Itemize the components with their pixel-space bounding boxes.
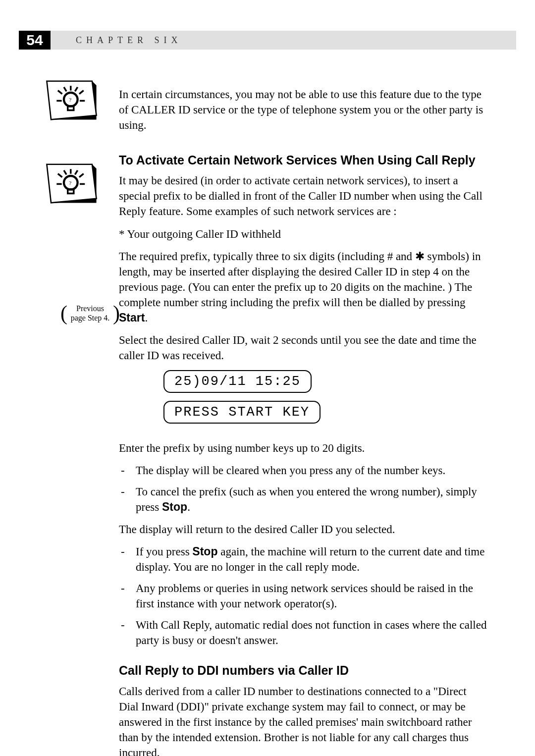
stop-key-label: Stop	[162, 500, 187, 513]
section1-p3: The required prefix, typically three to …	[119, 249, 488, 325]
section1-p2: * Your outgoing Caller ID withheld	[119, 226, 488, 242]
list-item: To cancel the prefix (such as when you e…	[119, 484, 488, 515]
stop-key-label: Stop	[192, 545, 217, 558]
svg-text:?: ?	[69, 97, 71, 103]
section-heading-activate: To Activate Certain Network Services Whe…	[119, 153, 488, 168]
page-header: 54 CHAPTER SIX	[19, 31, 516, 50]
intro-note: In certain circumstances, you may not be…	[119, 87, 488, 133]
page-number-box: 54	[19, 31, 51, 50]
li-text: If you press	[136, 545, 192, 558]
section1-p6: The display will return to the desired C…	[119, 522, 488, 537]
lightbulb-tip-icon: ?	[46, 80, 98, 121]
chapter-label: CHAPTER SIX	[76, 31, 182, 50]
lcd-display-group: 25)09/11 15:25 PRESS START KEY	[119, 370, 488, 432]
section-heading-ddi: Call Reply to DDI numbers via Caller ID	[119, 663, 488, 678]
start-key-label: Start	[119, 311, 145, 324]
section1-p4: Select the desired Caller ID, wait 2 sec…	[119, 332, 488, 363]
content-column: In certain circumstances, you may not be…	[119, 87, 488, 756]
bullet-list-1: The display will be cleared when you pre…	[119, 463, 488, 515]
lightbulb-tip-icon: ?	[46, 163, 98, 204]
list-item: Any problems or queries in using network…	[119, 581, 488, 611]
step-ref-line1: Previous	[63, 304, 117, 313]
lcd-line-1: 25)09/11 15:25	[163, 370, 312, 393]
li-text-end: .	[187, 501, 190, 513]
section1-p3-end: .	[145, 312, 148, 324]
list-item: If you press Stop again, the machine wil…	[119, 544, 488, 575]
lcd-line-2: PRESS START KEY	[163, 401, 321, 424]
list-item: The display will be cleared when you pre…	[119, 463, 488, 478]
paren-left-icon: (	[60, 301, 67, 325]
previous-step-reference: ( Previous page Step 4. )	[63, 304, 117, 323]
bullet-list-2: If you press Stop again, the machine wil…	[119, 544, 488, 648]
list-item: With Call Reply, automatic redial does n…	[119, 617, 488, 648]
section1-p1: It may be desired (in order to activate …	[119, 173, 488, 219]
section1-p5: Enter the prefix by using number keys up…	[119, 440, 488, 456]
section1-p3-text: The required prefix, typically three to …	[119, 250, 481, 309]
step-ref-line2: page Step 4.	[63, 313, 117, 323]
page-number: 54	[26, 32, 43, 49]
section2-p1: Calls derived from a caller ID number to…	[119, 684, 488, 756]
svg-text:?: ?	[69, 180, 71, 186]
